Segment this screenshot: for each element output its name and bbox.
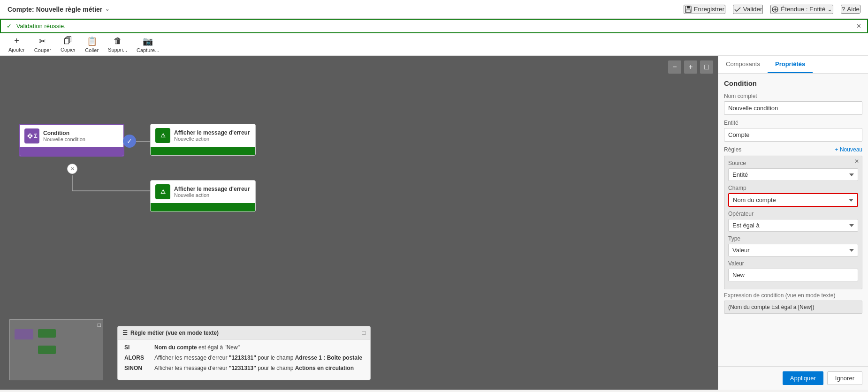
expression-value: (Nom du compte Est égal à [New]) (724, 301, 862, 314)
alors-row: ALORS Afficher les message d'erreur "121… (124, 354, 364, 361)
text-view-icon: ☰ (122, 330, 128, 336)
tab-components[interactable]: Composants (718, 56, 768, 73)
delete-button[interactable]: 🗑 Suppri... (103, 34, 132, 54)
minimap-action1 (38, 329, 56, 338)
value-label: Valeur (728, 260, 858, 267)
add-icon: + (14, 36, 19, 46)
ignore-button[interactable]: Ignorer (827, 371, 862, 385)
tab-properties[interactable]: Propriétés (768, 56, 813, 73)
operator-group: Opérateur Est égal à (728, 211, 858, 232)
action-1-footer (151, 147, 255, 155)
save-label: Enregistrer (694, 6, 724, 13)
full-name-value[interactable]: Nouvelle condition (724, 101, 862, 115)
text-view-title: ☰ Règle métier (vue en mode texte) (122, 330, 219, 336)
top-bar-actions: Enregistrer Valider Étendue : Entité ⌄ ?… (684, 5, 860, 14)
canvas-area[interactable]: − + □ A Σ Condition Nouvelle condition ✓… (0, 56, 718, 390)
rule-box: ✕ Source Entité Champ Nom du compte Opér… (724, 156, 862, 289)
delete-icon: 🗑 (114, 36, 122, 46)
type-select[interactable]: Valeur (728, 244, 858, 256)
operator-label: Opérateur (728, 211, 858, 217)
text-view-header: ☰ Règle métier (vue en mode texte) □ (118, 326, 370, 339)
action-2-icon: ⚠ (155, 184, 170, 199)
cut-icon: ✂ (39, 36, 46, 46)
paste-icon: 📋 (87, 36, 97, 46)
validation-message: ✓ Validation réussie. (7, 23, 66, 30)
rules-header: Règles + Nouveau (724, 146, 862, 153)
capture-icon: 📷 (143, 36, 153, 46)
alors-content: Afficher les message d'erreur "1213131" … (154, 354, 362, 361)
field-group-champ: Champ Nom du compte (728, 185, 858, 207)
x-connector[interactable]: ✕ (67, 164, 77, 174)
top-bar: Compte: Nouvelle règle métier ⌄ Enregist… (0, 0, 868, 19)
minimap-content (15, 329, 52, 367)
fit-button[interactable]: □ (700, 60, 713, 74)
minimap: □ (9, 319, 103, 380)
minimap-expand-icon[interactable]: □ (98, 322, 101, 328)
text-view-panel: ☰ Règle métier (vue en mode texte) □ SI … (117, 326, 371, 380)
action-node-1[interactable]: ⚠ Afficher le message d'erreur Nouvelle … (150, 124, 256, 156)
help-icon: ? (842, 6, 845, 13)
svg-rect-2 (686, 10, 691, 12)
minimap-action2 (38, 346, 56, 354)
action-node-1-header: ⚠ Afficher le message d'erreur Nouvelle … (151, 124, 255, 147)
minimap-condition (15, 329, 33, 339)
svg-text:A: A (29, 134, 32, 139)
check-connector: ✓ (123, 135, 136, 148)
entity-group: Entité Compte (724, 120, 862, 142)
expression-label: Expression de condition (vue en mode tex… (724, 292, 862, 299)
si-content: Nom du compte est égal à "New" (154, 344, 240, 351)
sinon-row: SINON Afficher les message d'erreur "123… (124, 365, 364, 371)
full-name-label: Nom complet (724, 93, 862, 99)
paste-button[interactable]: 📋 Coller (80, 34, 103, 55)
title-text: Compte: Nouvelle règle métier (8, 6, 102, 13)
text-view-body: SI Nom du compte est égal à "New" ALORS … (118, 339, 370, 380)
zoom-controls: − + □ (668, 60, 713, 74)
expression-group: Expression de condition (vue en mode tex… (724, 292, 862, 314)
svg-rect-1 (687, 6, 690, 8)
value-group: Valeur (728, 260, 858, 281)
panel-footer: Appliquer Ignorer (718, 366, 868, 390)
add-button[interactable]: + Ajouter (4, 34, 30, 54)
main-layout: − + □ A Σ Condition Nouvelle condition ✓… (0, 56, 868, 390)
source-select[interactable]: Entité (728, 168, 858, 181)
action-node-2[interactable]: ⚠ Afficher le message d'erreur Nouvelle … (150, 180, 256, 212)
field-select[interactable]: Nom du compte (728, 193, 858, 207)
si-row: SI Nom du compte est égal à "New" (124, 344, 364, 351)
full-name-group: Nom complet Nouvelle condition (724, 93, 862, 115)
type-group: Type Valeur (728, 235, 858, 256)
entity-value[interactable]: Compte (724, 128, 862, 142)
champ-label: Champ (728, 185, 858, 191)
sinon-content: Afficher les message d'erreur "1231313" … (154, 365, 354, 371)
capture-button[interactable]: 📷 Capture... (132, 34, 164, 55)
condition-node-header: A Σ Condition Nouvelle condition (20, 125, 123, 147)
save-button[interactable]: Enregistrer (684, 5, 725, 14)
scope-button[interactable]: Étendue : Entité ⌄ (770, 5, 833, 14)
type-label: Type (728, 235, 858, 242)
cut-button[interactable]: ✂ Couper (30, 34, 56, 55)
help-label: Aide (847, 6, 860, 13)
condition-node[interactable]: A Σ Condition Nouvelle condition (19, 124, 124, 157)
rules-label: Règles (724, 146, 741, 153)
copy-icon: 🗍 (64, 36, 72, 46)
new-rule-link[interactable]: + Nouveau (835, 146, 862, 153)
zoom-out-button[interactable]: − (668, 60, 681, 74)
source-group: Source Entité (728, 160, 858, 181)
copy-button[interactable]: 🗍 Copier (56, 34, 80, 54)
rule-close-icon[interactable]: ✕ (854, 158, 859, 165)
title-chevron[interactable]: ⌄ (105, 6, 109, 12)
action-1-text: Afficher le message d'erreur Nouvelle ac… (174, 129, 250, 142)
action-2-text: Afficher le message d'erreur Nouvelle ac… (174, 186, 250, 198)
help-button[interactable]: ? Aide (841, 5, 860, 14)
apply-button[interactable]: Appliquer (783, 371, 823, 385)
panel-tabs: Composants Propriétés (718, 56, 868, 74)
right-panel: Composants Propriétés Condition Nom comp… (718, 56, 868, 390)
action-2-footer (151, 203, 255, 211)
zoom-in-button[interactable]: + (684, 60, 697, 74)
value-input[interactable] (728, 269, 858, 281)
operator-select[interactable]: Est égal à (728, 219, 858, 232)
app-title: Compte: Nouvelle règle métier ⌄ (8, 6, 109, 13)
section-title: Condition (724, 79, 862, 87)
validation-close-icon[interactable]: ✕ (856, 23, 861, 30)
text-view-expand-icon[interactable]: □ (362, 329, 365, 336)
validate-button[interactable]: Valider (733, 5, 763, 14)
